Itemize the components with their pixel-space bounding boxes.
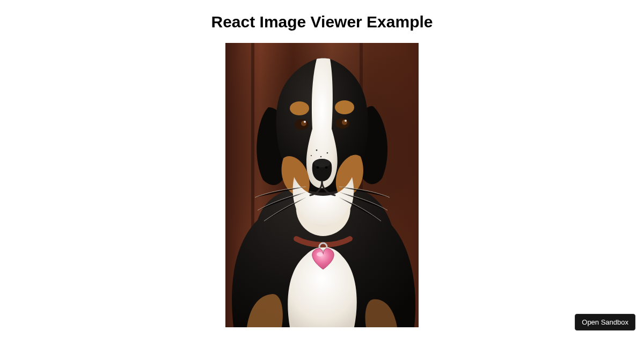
svg-point-17 <box>320 156 321 157</box>
svg-point-14 <box>325 166 327 168</box>
open-sandbox-button[interactable]: Open Sandbox <box>575 314 635 330</box>
app-container: React Image Viewer Example <box>0 0 644 327</box>
page-title: React Image Viewer Example <box>211 13 433 31</box>
svg-point-18 <box>311 155 312 156</box>
svg-point-12 <box>314 159 330 167</box>
svg-point-11 <box>345 120 347 122</box>
svg-point-20 <box>317 252 323 256</box>
image-viewer[interactable] <box>225 43 419 327</box>
svg-point-16 <box>327 152 328 154</box>
svg-point-13 <box>317 166 319 168</box>
svg-point-15 <box>316 150 318 151</box>
svg-point-10 <box>304 121 306 123</box>
svg-point-5 <box>335 100 354 114</box>
dog-photo <box>225 43 419 327</box>
svg-point-4 <box>290 101 309 115</box>
